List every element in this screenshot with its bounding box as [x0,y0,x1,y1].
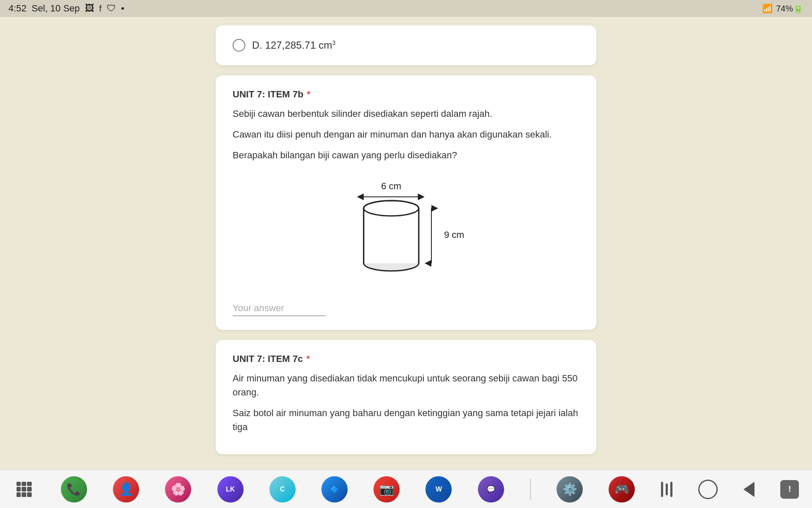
question-7c-line2: Saiz botol air minuman yang baharu denga… [233,406,579,434]
settings-app-icon[interactable]: ⚙️ [557,476,583,502]
question-7c-title: UNIT 7: ITEM 7c [233,353,303,364]
wifi-icon: 📶 [762,3,773,14]
back-button[interactable] [743,482,754,497]
svg-text:6 cm: 6 cm [381,181,401,191]
required-star-7c: * [306,353,310,364]
image-icon: 🖼 [85,3,94,14]
recent-button[interactable] [661,482,672,497]
option-d-radio[interactable] [233,39,245,52]
phone-app-icon[interactable]: 📞 [61,476,87,502]
question-7b-line2: Cawan itu diisi penuh dengan air minuman… [233,127,579,141]
dot-indicator: • [121,3,124,14]
feedback-button[interactable]: ! [780,480,799,499]
option-d-superscript: 3 [332,39,335,46]
date-display: Sel, 10 Sep [32,3,80,14]
contacts-app-icon[interactable]: 👤 [113,476,139,502]
battery-display: 74%🔋 [776,3,804,14]
loklok-app-icon[interactable]: LK [217,476,244,502]
question-7b-header: UNIT 7: ITEM 7b * [233,89,579,100]
status-bar-left: 4:52 Sel, 10 Sep 🖼 f 🛡 • [8,3,124,14]
cylinder-svg: 6 cm 9 c [326,177,486,287]
svg-text:9 cm: 9 cm [444,229,464,240]
facebook-icon: f [99,4,102,14]
microsoft-app-icon[interactable]: 🔷 [321,476,348,502]
teams-app-icon[interactable]: 💬 [478,476,504,502]
option-d-row: D. 127,285.71 cm3 [233,39,579,52]
canva-app-icon[interactable]: C [269,476,296,502]
flower-app-icon[interactable]: 🌸 [165,476,191,502]
content-area: D. 127,285.71 cm3 UNIT 7: ITEM 7b * Sebi… [0,17,812,470]
shield-icon: 🛡 [107,3,116,14]
question-7c-header: UNIT 7: ITEM 7c * [233,353,579,364]
question-7b-title: UNIT 7: ITEM 7b [233,89,303,100]
question-7c-line1: Air minuman yang disediakan tidak mencuk… [233,371,579,399]
question-7b-card: UNIT 7: ITEM 7b * Sebiji cawan berbentuk… [216,75,596,330]
time-display: 4:52 [8,3,27,14]
bottom-nav: 📞 👤 🌸 LK C 🔷 📷 W 💬 ⚙️ 🎮 [0,470,812,508]
question-7b-line3: Berapakah bilangan biji cawan yang perlu… [233,148,579,162]
cylinder-diagram: 6 cm 9 c [233,172,579,291]
home-button[interactable] [698,480,718,499]
status-bar-right: 📶 74%🔋 [762,3,804,14]
required-star-7b: * [307,89,310,100]
apps-button[interactable] [13,478,35,500]
answer-input-7b[interactable] [233,301,326,316]
game-app-icon[interactable]: 🎮 [609,476,635,502]
word-app-icon[interactable]: W [425,476,452,502]
option-d-card: D. 127,285.71 cm3 [216,25,596,65]
status-bar: 4:52 Sel, 10 Sep 🖼 f 🛡 • 📶 74%🔋 [0,0,812,17]
nav-divider [530,479,531,500]
question-7b-line1: Sebiji cawan berbentuk silinder disediak… [233,107,579,121]
camera-app-icon[interactable]: 📷 [373,476,400,502]
question-7c-card: UNIT 7: ITEM 7c * Air minuman yang dised… [216,340,596,454]
answer-input-wrapper [233,301,579,316]
option-d-text: D. 127,285.71 cm3 [252,39,335,51]
